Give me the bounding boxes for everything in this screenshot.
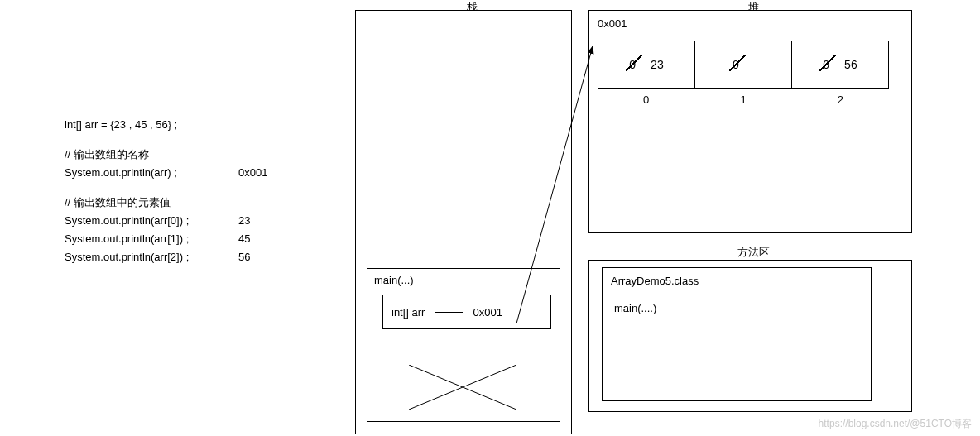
stack-frame-main: main(...) int[] arr 0x001	[367, 268, 560, 422]
index-2: 2	[792, 93, 889, 106]
code-print-0-result: 23	[238, 212, 250, 230]
stack-var-name: int[] arr	[392, 306, 425, 319]
code-print-2-result: 56	[238, 248, 250, 266]
heap-region: 0x001 0 23 0 0 56 0 1 2	[588, 10, 912, 233]
index-row: 0 1 2	[598, 93, 889, 106]
code-print-2: System.out.println(arr[2]) ;	[65, 248, 238, 266]
class-box: ArrayDemo5.class main(....)	[602, 267, 872, 401]
code-comment-1: // 输出数组的名称	[65, 146, 338, 164]
assign-line	[435, 312, 463, 313]
cell-value-0: 23	[651, 58, 664, 71]
code-print-0: System.out.println(arr[0]) ;	[65, 212, 238, 230]
method-name: main(....)	[614, 302, 862, 314]
cell-value-2: 56	[844, 58, 858, 71]
stack-frame-title: main(...)	[368, 269, 560, 290]
array-cell-1: 0	[695, 41, 792, 88]
code-listing: int[] arr = {23 , 45 , 56} ; // 输出数组的名称 …	[65, 116, 338, 266]
code-print-1-result: 45	[238, 230, 250, 248]
stack-var-value: 0x001	[473, 306, 502, 319]
method-area-label: 方法区	[712, 245, 795, 260]
class-name: ArrayDemo5.class	[611, 275, 862, 287]
cell-initial-0: 0	[629, 58, 636, 71]
cell-initial-1: 0	[733, 58, 739, 71]
index-1: 1	[694, 93, 791, 106]
array-cell-0: 0 23	[598, 41, 695, 88]
code-declaration: int[] arr = {23 , 45 , 56} ;	[65, 116, 338, 134]
index-0: 0	[598, 93, 694, 106]
stack-var-box: int[] arr 0x001	[382, 295, 551, 329]
code-print-1: System.out.println(arr[1]) ;	[65, 230, 238, 248]
heap-array-object: 0 23 0 0 56	[598, 41, 889, 89]
heap-address: 0x001	[598, 17, 627, 30]
code-print-arr: System.out.println(arr) ;	[65, 164, 238, 182]
code-print-arr-result: 0x001	[238, 164, 267, 182]
method-area-region: ArrayDemo5.class main(....)	[588, 260, 912, 412]
cross-icon	[409, 365, 516, 410]
array-cell-2: 0 56	[792, 41, 888, 88]
cell-initial-2: 0	[823, 58, 829, 71]
watermark: https://blog.csdn.net/@51CTO博客	[819, 417, 972, 431]
code-comment-2: // 输出数组中的元素值	[65, 194, 338, 212]
stack-region: main(...) int[] arr 0x001	[355, 10, 572, 434]
